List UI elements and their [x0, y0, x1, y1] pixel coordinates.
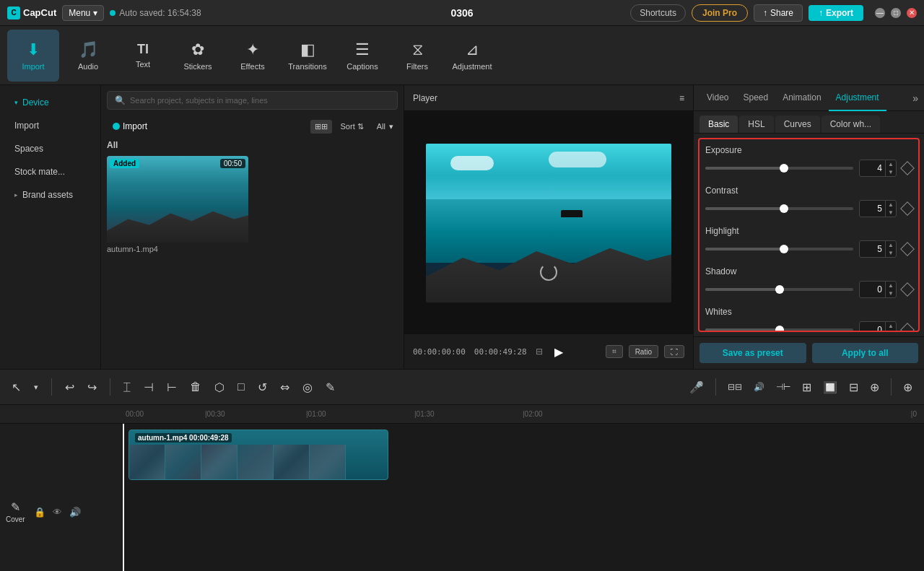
search-box[interactable]: 🔍 Search project, subjects in image, lin… [107, 91, 398, 110]
visibility-button[interactable]: 👁 [51, 505, 64, 519]
filter-all-button[interactable]: All ▾ [372, 120, 398, 134]
tool-effects[interactable]: ✦ Effects [227, 30, 279, 82]
subtab-colorwh[interactable]: Color wh... [821, 115, 880, 133]
menu-button[interactable]: Menu ▾ [62, 5, 104, 21]
loop-button[interactable]: ↺ [255, 378, 270, 397]
expand-panel-icon[interactable]: » [912, 92, 918, 104]
contrast-value-input[interactable] [860, 204, 885, 214]
fullscreen-button[interactable]: ⛶ [664, 345, 684, 358]
highlight-slider[interactable] [705, 248, 853, 250]
tool-captions[interactable]: ☰ Captions [336, 30, 388, 82]
ratio-button[interactable]: Ratio [629, 345, 658, 358]
import-button[interactable]: Import [107, 118, 153, 134]
split-button[interactable]: ⌶ [121, 378, 134, 396]
sidebar-item-stock[interactable]: Stock mate... [3, 161, 97, 183]
maximize-button[interactable]: □ [891, 8, 901, 18]
list-item[interactable]: Added 00:50 autumn-1.mp4 [107, 156, 248, 256]
highlight-value-input[interactable] [860, 244, 885, 254]
shortcuts-button[interactable]: Shortcuts [630, 4, 686, 22]
play-button[interactable]: ▶ [552, 342, 566, 362]
share-button[interactable]: ↑ Share [754, 4, 803, 22]
highlight-decrement[interactable]: ▼ [886, 249, 896, 257]
exposure-value-input[interactable] [860, 163, 885, 173]
shadow-decrement[interactable]: ▼ [886, 289, 896, 297]
timeline-clip[interactable]: autumn-1.mp4 00:00:49:28 [128, 430, 388, 480]
sidebar-item-spaces[interactable]: Spaces [3, 138, 97, 160]
tool-adjustment[interactable]: ⊿ Adjustment [446, 30, 498, 82]
cut-tool[interactable]: ⊢ [164, 378, 180, 397]
blend-button[interactable]: ◎ [300, 378, 315, 397]
cover-button[interactable]: ✎ Cover [6, 500, 25, 523]
highlight-keyframe-button[interactable] [900, 242, 915, 256]
shadow-thumb[interactable] [775, 285, 784, 294]
whites-thumb[interactable] [775, 326, 784, 332]
tool-text[interactable]: TI Text [117, 30, 169, 82]
redo-button[interactable]: ↪ [84, 378, 100, 397]
mask-button[interactable]: ⬡ [212, 378, 227, 397]
exposure-thumb[interactable] [780, 164, 788, 173]
shadow-value-input[interactable] [860, 284, 885, 295]
shadow-increment[interactable]: ▲ [886, 282, 896, 289]
tab-adjustment[interactable]: Adjustment [829, 85, 886, 111]
join-pro-button[interactable]: Join Pro [692, 4, 748, 22]
tool-transitions[interactable]: ◧ Transitions [282, 30, 334, 82]
delete-button[interactable]: 🗑 [187, 378, 204, 396]
whites-value-input[interactable] [860, 325, 885, 332]
flip-h-button[interactable]: ⇔ [277, 378, 292, 397]
zoom-in-button[interactable]: ⊟ [846, 378, 861, 397]
sidebar-item-import[interactable]: Import [3, 115, 97, 136]
contrast-increment[interactable]: ▲ [886, 201, 896, 209]
contrast-decrement[interactable]: ▼ [886, 209, 896, 217]
whites-slider[interactable] [705, 328, 853, 331]
subtab-basic[interactable]: Basic [699, 115, 738, 133]
sidebar-item-device[interactable]: ▾ Device [3, 92, 97, 113]
tab-animation[interactable]: Animation [775, 85, 828, 111]
tab-speed[interactable]: Speed [736, 85, 775, 111]
mute-button[interactable]: 🔊 [68, 505, 82, 519]
center-button[interactable]: ⊞ [799, 378, 814, 397]
lock-button[interactable]: 🔒 [32, 505, 47, 519]
tab-video[interactable]: Video [699, 85, 736, 111]
exposure-increment[interactable]: ▲ [886, 160, 896, 168]
exposure-slider[interactable] [705, 167, 853, 170]
tool-import[interactable]: ⬇ Import [7, 30, 59, 82]
rotation-icon[interactable] [540, 263, 557, 281]
frame-button[interactable]: □ [235, 378, 248, 396]
trim-button[interactable]: ⊣ [141, 378, 157, 397]
sidebar-item-brand[interactable]: ▸ Brand assets [3, 184, 97, 206]
add-button[interactable]: ⊕ [900, 378, 915, 397]
export-button[interactable]: ↑ Export [808, 5, 863, 21]
whites-keyframe-button[interactable] [900, 323, 915, 332]
mic-button[interactable]: 🎤 [687, 378, 707, 397]
split-track-button[interactable]: ⊣⊢ [773, 379, 793, 395]
player-menu-icon[interactable]: ≡ [679, 93, 684, 103]
select-tool-arrow[interactable]: ▾ [31, 380, 41, 395]
whites-decrement[interactable]: ▼ [886, 330, 896, 332]
crop-button[interactable]: ⌗ [606, 345, 623, 358]
shadow-slider[interactable] [705, 288, 853, 291]
close-button[interactable]: ✕ [907, 8, 917, 18]
apply-to-all-button[interactable]: Apply to all [812, 343, 919, 363]
minimize-button[interactable]: — [875, 8, 885, 18]
contrast-keyframe-button[interactable] [900, 201, 915, 216]
tool-stickers[interactable]: ✿ Stickers [172, 30, 224, 82]
subtab-curves[interactable]: Curves [775, 115, 820, 133]
highlight-thumb[interactable] [780, 245, 788, 253]
select-tool-button[interactable]: ↖ [9, 378, 24, 397]
shadow-keyframe-button[interactable] [900, 282, 915, 297]
audio-track-button[interactable]: 🔊 [751, 379, 767, 395]
exposure-keyframe-button[interactable] [900, 161, 915, 175]
zoom-out-button[interactable]: 🔲 [820, 378, 840, 397]
highlight-increment[interactable]: ▲ [886, 241, 896, 249]
tool-filters[interactable]: ⧖ Filters [391, 30, 443, 82]
contrast-thumb[interactable] [780, 204, 788, 213]
grid-view-button[interactable]: ⊞⊞ [310, 120, 332, 134]
undo-button[interactable]: ↩ [62, 378, 77, 397]
exposure-decrement[interactable]: ▼ [886, 168, 896, 176]
contrast-slider[interactable] [705, 207, 853, 210]
save-preset-button[interactable]: Save as preset [699, 343, 806, 363]
sort-button[interactable]: Sort ⇅ [336, 120, 368, 134]
overflow-button[interactable]: ⊕ [867, 378, 882, 397]
timeline-playhead[interactable] [123, 424, 124, 571]
edit-button[interactable]: ✎ [323, 378, 338, 397]
